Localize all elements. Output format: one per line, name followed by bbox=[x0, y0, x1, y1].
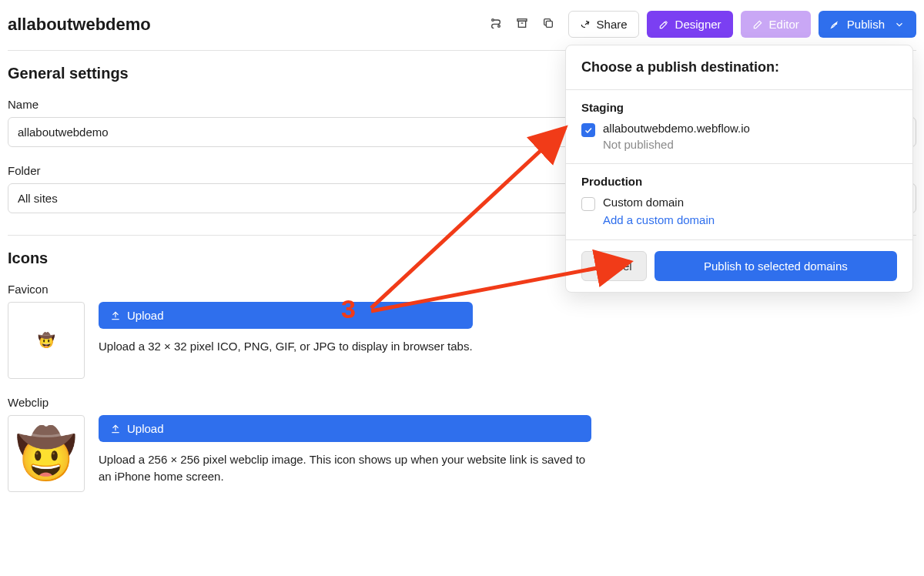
upload-label: Upload bbox=[127, 309, 164, 322]
pencil-icon bbox=[752, 19, 763, 30]
upload-icon bbox=[110, 424, 121, 434]
upload-label: Upload bbox=[127, 422, 164, 435]
editor-label: Editor bbox=[769, 18, 799, 31]
staging-domain: allaboutwebdemo.webflow.io bbox=[603, 122, 750, 135]
webclip-upload-button[interactable]: Upload bbox=[99, 415, 591, 442]
publish-popover: Choose a publish destination: Staging al… bbox=[565, 45, 913, 293]
designer-button[interactable]: Designer bbox=[647, 11, 733, 38]
copy-icon[interactable] bbox=[542, 17, 554, 32]
webclip-label: Webclip bbox=[8, 396, 916, 409]
share-button[interactable]: Share bbox=[568, 11, 639, 38]
favicon-helper: Upload a 32 × 32 pixel ICO, PNG, GIF, or… bbox=[99, 338, 473, 355]
archive-icon[interactable] bbox=[516, 17, 528, 32]
brush-icon bbox=[658, 19, 669, 30]
popover-title: Choose a publish destination: bbox=[566, 45, 912, 89]
webclip-helper: Upload a 256 × 256 pixel webclip image. … bbox=[99, 451, 591, 485]
add-custom-domain-link[interactable]: Add a custom domain bbox=[603, 213, 715, 226]
production-checkbox[interactable] bbox=[581, 197, 595, 211]
editor-button[interactable]: Editor bbox=[741, 11, 811, 38]
cancel-button[interactable]: Cancel bbox=[581, 251, 647, 281]
share-icon bbox=[580, 19, 591, 30]
favicon-preview: 🤠 bbox=[8, 302, 85, 379]
staging-status: Not published bbox=[603, 138, 750, 151]
svg-rect-3 bbox=[518, 21, 525, 27]
svg-rect-5 bbox=[546, 21, 552, 27]
chevron-down-icon bbox=[894, 19, 905, 30]
favicon-upload-button[interactable]: Upload bbox=[99, 302, 473, 329]
production-label: Custom domain bbox=[603, 196, 715, 209]
publish-label: Publish bbox=[847, 18, 885, 31]
svg-point-0 bbox=[491, 18, 494, 21]
share-label: Share bbox=[597, 18, 628, 31]
publish-selected-button[interactable]: Publish to selected domains bbox=[654, 251, 897, 281]
publish-button[interactable]: Publish bbox=[819, 11, 916, 38]
annotation-step-number: 3 bbox=[341, 294, 356, 324]
site-title: allaboutwebdemo bbox=[8, 15, 151, 35]
designer-label: Designer bbox=[675, 18, 721, 31]
staging-checkbox[interactable] bbox=[581, 123, 595, 137]
check-icon bbox=[584, 126, 593, 135]
staging-heading: Staging bbox=[581, 101, 897, 114]
svg-point-6 bbox=[835, 23, 836, 24]
upload-icon bbox=[110, 310, 121, 321]
integrations-icon[interactable] bbox=[490, 17, 502, 32]
webclip-preview: 🤠 bbox=[8, 415, 85, 492]
production-heading: Production bbox=[581, 175, 897, 188]
rocket-icon bbox=[830, 19, 841, 30]
svg-point-1 bbox=[497, 25, 500, 27]
